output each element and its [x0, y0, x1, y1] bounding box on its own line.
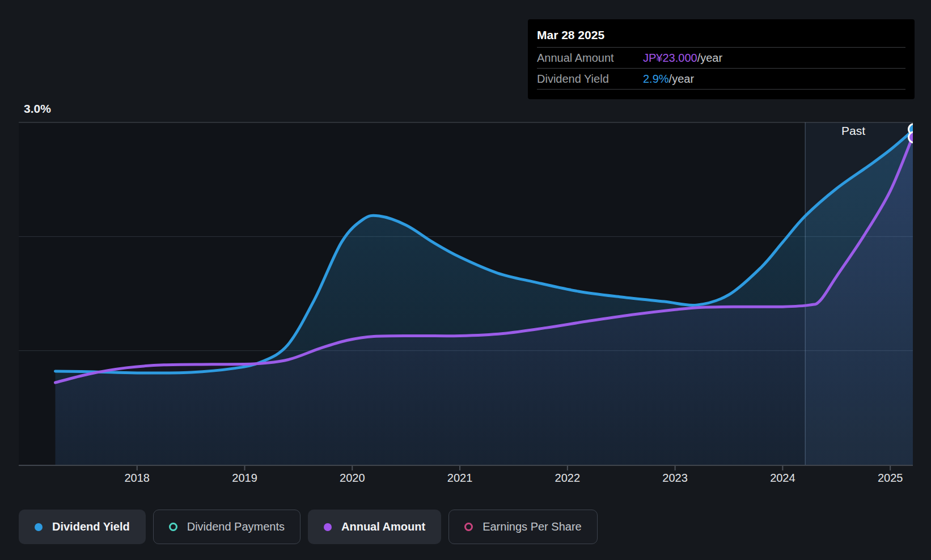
- tooltip-label: Annual Amount: [537, 52, 643, 65]
- dividend-history-panel: Mar 28 2025 Annual Amount JP¥23.000/year…: [0, 0, 931, 560]
- tooltip-value-suffix: /year: [697, 52, 722, 65]
- earnings-per-share-ring-icon: [464, 523, 473, 531]
- tooltip-value-annual-amount: JP¥23.000: [643, 52, 697, 65]
- tooltip-label: Dividend Yield: [537, 73, 643, 86]
- tooltip-row-annual-amount: Annual Amount JP¥23.000/year: [537, 48, 905, 69]
- annual-amount-dot-icon: [324, 523, 332, 531]
- x-axis-label: 2018: [117, 472, 157, 485]
- legend-label: Dividend Yield: [52, 520, 130, 533]
- legend-button-dividend-payments[interactable]: Dividend Payments: [153, 510, 301, 544]
- legend-label: Dividend Payments: [187, 520, 285, 533]
- x-axis-label: 2024: [763, 472, 802, 485]
- legend-button-annual-amount[interactable]: Annual Amount: [308, 510, 441, 544]
- dividend-yield-dot-icon: [35, 523, 43, 531]
- chart-legend: Dividend Yield Dividend Payments Annual …: [19, 510, 598, 544]
- x-axis-label: 2021: [440, 472, 480, 485]
- past-region-label: Past: [798, 124, 865, 138]
- legend-label: Annual Amount: [341, 520, 425, 533]
- chart-tooltip: Mar 28 2025 Annual Amount JP¥23.000/year…: [528, 19, 915, 99]
- legend-label: Earnings Per Share: [483, 520, 582, 533]
- tooltip-date: Mar 28 2025: [537, 19, 905, 48]
- tooltip-row-dividend-yield: Dividend Yield 2.9%/year: [537, 69, 905, 90]
- tooltip-value-dividend-yield: 2.9%: [643, 73, 669, 86]
- dividend-payments-ring-icon: [169, 523, 177, 531]
- legend-button-dividend-yield[interactable]: Dividend Yield: [19, 510, 146, 544]
- x-axis-label: 2020: [332, 472, 372, 485]
- x-axis-label: 2019: [225, 472, 265, 485]
- tooltip-value-suffix: /year: [669, 73, 694, 86]
- legend-button-earnings-per-share[interactable]: Earnings Per Share: [448, 510, 598, 544]
- x-axis-label: 2022: [548, 472, 587, 485]
- x-axis-label: 2025: [870, 472, 910, 485]
- x-axis-label: 2023: [655, 472, 695, 485]
